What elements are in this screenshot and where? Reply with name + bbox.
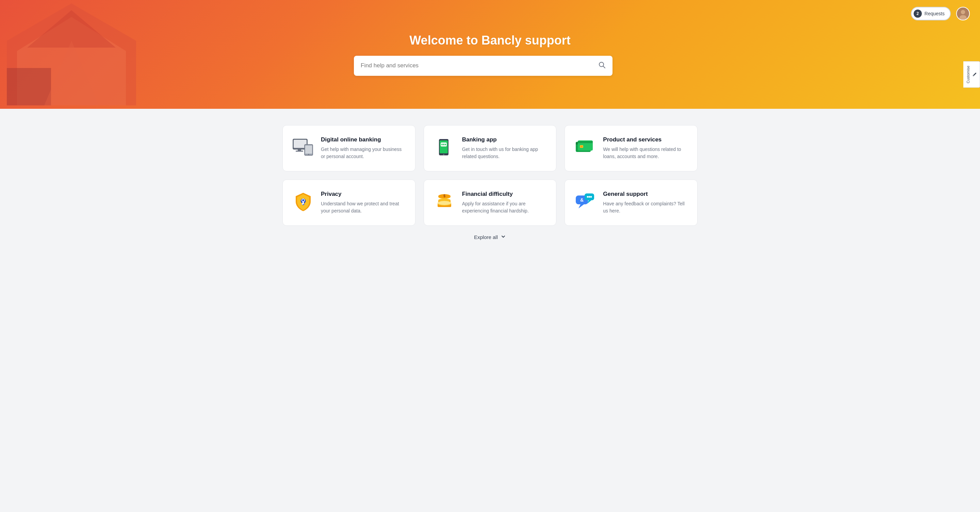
card-financial-difficulty[interactable]: $ Financial difficulty Apply for assista… <box>424 179 557 226</box>
svg-text:&: & <box>580 197 584 203</box>
card-product-services-desc: We will help with questions related to l… <box>603 146 688 160</box>
hero-decoration <box>0 0 143 109</box>
card-digital-banking[interactable]: Digital online banking Get help with man… <box>282 125 415 171</box>
svg-point-43 <box>438 201 451 205</box>
svg-point-50 <box>589 196 590 198</box>
card-digital-banking-text: Digital online banking Get help with man… <box>321 136 406 160</box>
card-digital-banking-title: Digital online banking <box>321 136 406 143</box>
search-icon[interactable] <box>598 61 606 70</box>
explore-all-button[interactable]: Explore all <box>474 234 506 240</box>
card-digital-banking-desc: Get help with managing your business or … <box>321 146 406 160</box>
svg-rect-18 <box>440 140 448 153</box>
cards-grid: Digital online banking Get help with man… <box>282 125 698 226</box>
card-product-services[interactable]: Product and services We will help with q… <box>565 125 698 171</box>
svg-rect-35 <box>302 204 303 204</box>
general-support-icon: & <box>574 191 596 212</box>
card-privacy-title: Privacy <box>321 191 406 198</box>
requests-label: Requests <box>924 11 945 16</box>
svg-marker-45 <box>579 204 584 208</box>
digital-banking-icon <box>292 136 314 158</box>
explore-all-label: Explore all <box>474 234 498 240</box>
card-banking-app-desc: Get in touch with us for banking app rel… <box>462 146 547 160</box>
explore-all-section: Explore all <box>282 234 698 240</box>
svg-point-49 <box>587 196 589 198</box>
svg-point-21 <box>443 144 444 145</box>
customise-button[interactable]: Customise <box>963 61 980 88</box>
svg-marker-3 <box>7 68 51 105</box>
card-product-services-text: Product and services We will help with q… <box>603 136 688 160</box>
top-nav: 2 Requests <box>911 7 970 21</box>
card-product-services-title: Product and services <box>603 136 688 143</box>
card-privacy-text: Privacy Understand how we protect and tr… <box>321 191 406 214</box>
hero-title: Welcome to Bancly support <box>354 33 626 48</box>
svg-rect-13 <box>296 151 303 152</box>
svg-point-16 <box>308 154 309 155</box>
svg-rect-15 <box>305 146 312 154</box>
svg-line-9 <box>603 66 605 68</box>
card-privacy[interactable]: Privacy Understand how we protect and tr… <box>282 179 415 226</box>
search-input[interactable] <box>361 62 598 69</box>
avatar-image <box>957 8 969 20</box>
svg-point-6 <box>961 10 966 14</box>
svg-rect-12 <box>298 149 301 151</box>
customise-label: Customise <box>966 66 970 83</box>
svg-point-51 <box>590 196 592 198</box>
requests-button[interactable]: 2 Requests <box>911 7 951 21</box>
svg-rect-29 <box>581 146 582 147</box>
hero-section: 2 Requests Welcome to Bancly support <box>0 0 980 109</box>
chevron-down-icon <box>501 234 506 240</box>
card-financial-difficulty-title: Financial difficulty <box>462 191 547 198</box>
svg-text:$: $ <box>443 194 445 198</box>
avatar[interactable] <box>956 7 970 21</box>
main-content: Digital online banking Get help with man… <box>269 109 711 257</box>
svg-point-7 <box>959 15 967 21</box>
card-banking-app-text: Banking app Get in touch with us for ban… <box>462 136 547 160</box>
card-privacy-desc: Understand how we protect and treat your… <box>321 200 406 214</box>
card-general-support-title: General support <box>603 191 688 198</box>
card-financial-difficulty-text: Financial difficulty Apply for assistanc… <box>462 191 547 214</box>
card-banking-app-title: Banking app <box>462 136 547 143</box>
customise-tab-wrapper: Customise <box>963 61 980 88</box>
svg-rect-27 <box>578 141 593 143</box>
financial-difficulty-icon: $ <box>434 191 455 212</box>
search-bar <box>354 56 612 76</box>
requests-badge: 2 <box>914 10 922 18</box>
card-banking-app[interactable]: Banking app Get in touch with us for ban… <box>424 125 557 171</box>
card-general-support-text: General support Have any feedback or com… <box>603 191 688 214</box>
svg-point-20 <box>441 144 443 145</box>
svg-rect-34 <box>302 203 303 204</box>
svg-point-22 <box>445 144 446 145</box>
card-financial-difficulty-desc: Apply for assistance if you are experien… <box>462 200 547 214</box>
svg-point-23 <box>443 154 444 155</box>
banking-app-icon <box>434 136 455 158</box>
product-services-icon <box>574 136 596 158</box>
card-general-support-desc: Have any feedback or complaints? Tell us… <box>603 200 688 214</box>
hero-content: Welcome to Bancly support <box>354 33 626 76</box>
card-general-support[interactable]: & General support Have any feedback or c… <box>565 179 698 226</box>
privacy-icon <box>292 191 314 212</box>
